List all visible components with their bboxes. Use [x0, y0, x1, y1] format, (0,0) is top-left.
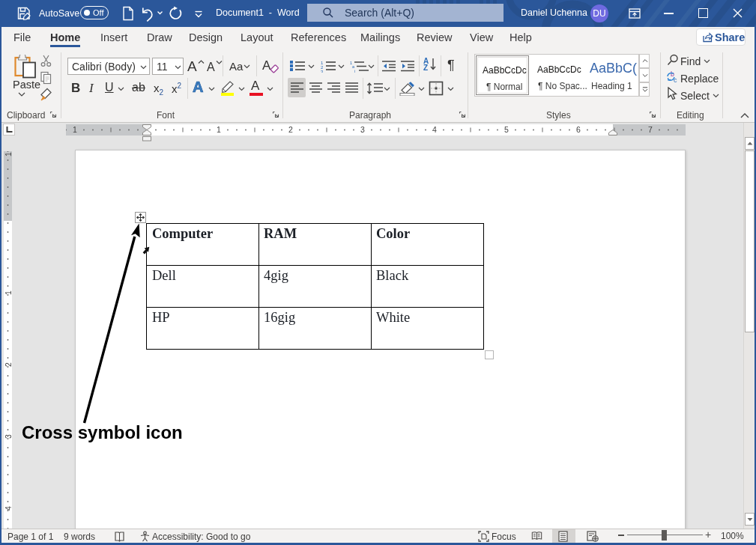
svg-text:5: 5: [504, 125, 509, 134]
svg-text:1: 1: [217, 125, 221, 134]
svg-text:3: 3: [4, 434, 13, 439]
svg-text:4: 4: [432, 125, 437, 134]
svg-text:3: 3: [321, 70, 324, 73]
svg-text:1: 1: [73, 125, 77, 134]
svg-text:7: 7: [648, 125, 653, 134]
svg-text:i: i: [354, 69, 355, 73]
svg-text:1: 1: [4, 152, 13, 156]
svg-text:2: 2: [4, 362, 13, 367]
svg-text:2: 2: [288, 125, 293, 134]
svg-text:6: 6: [576, 125, 581, 134]
svg-text:1: 1: [4, 290, 13, 295]
svg-text:3: 3: [360, 125, 365, 134]
svg-text:4: 4: [4, 506, 13, 511]
